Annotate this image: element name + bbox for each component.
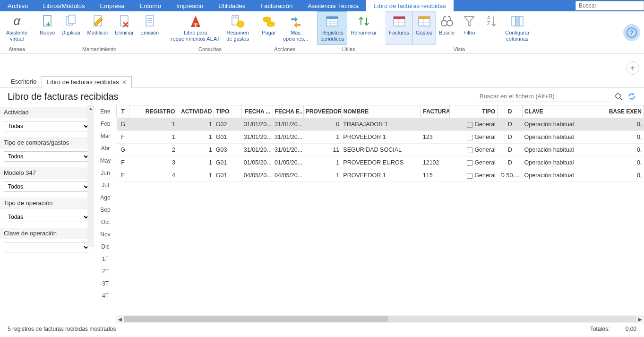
ribbon-buscar-button[interactable]: Buscar	[436, 11, 458, 45]
month-Sep[interactable]: Sep	[94, 204, 116, 216]
col-header-registro[interactable]: REGISTRO	[129, 105, 177, 118]
menu-utilidades[interactable]: Utilidades	[211, 0, 253, 11]
checkbox-icon[interactable]	[467, 160, 472, 166]
cell-actividad: 1	[177, 118, 214, 131]
ribbon-btn-label: Resumende gastos	[226, 30, 249, 42]
ribbon-modificar-button[interactable]: Modificar	[84, 11, 112, 45]
search-icon[interactable]	[614, 92, 623, 101]
month-1T[interactable]: 1T	[94, 253, 116, 266]
menu-entorno[interactable]: Entorno	[132, 0, 169, 11]
ribbon-resumen-button[interactable]: Resumende gastos	[223, 11, 252, 45]
table-row[interactable]: F31G0101/05/20...01/05/20...1PROVEEDOR E…	[117, 156, 644, 169]
col-header-nombre[interactable]: NOMBRE	[341, 105, 421, 118]
filter-label-4: Clave de operación	[0, 228, 94, 239]
checkbox-icon[interactable]	[467, 122, 472, 128]
cell-nombre: TRABAJADOR 1	[341, 118, 421, 131]
ribbon-duplicar-button[interactable]: Duplicar	[58, 11, 84, 45]
month-3T[interactable]: 3T	[94, 278, 116, 290]
table-row[interactable]: G21G0331/01/20...31/01/20...11SEGURIDAD …	[117, 144, 644, 156]
col-header-t[interactable]: T	[117, 105, 129, 118]
col-header-tipo[interactable]: TIPO	[214, 105, 242, 118]
menu-libros[interactable]: Libros/Módulos	[35, 0, 92, 11]
col-header-clave[interactable]: CLAVE	[523, 105, 604, 118]
col-header-actividad[interactable]: ACTIVIDAD	[177, 105, 214, 118]
month-4T[interactable]: 4T	[94, 290, 116, 302]
ribbon-emision-button[interactable]: Emisión	[137, 11, 162, 45]
table-row[interactable]: F11G0131/01/20...31/01/20...1PROVEEDOR 1…	[117, 131, 644, 144]
ribbon-renumerar-button[interactable]: Renumerar	[347, 11, 380, 45]
menu-impresion[interactable]: Impresión	[169, 0, 211, 11]
month-May[interactable]: May	[94, 155, 116, 167]
menu-asistencia[interactable]: Asistencia Técnica	[300, 0, 366, 11]
refresh-icon[interactable]	[627, 92, 636, 101]
col-header-tipo2[interactable]: TIPO	[450, 105, 498, 118]
ribbon-nuevo-button[interactable]: Nuevo	[36, 11, 58, 45]
scroll-left-icon[interactable]: ◀	[116, 315, 124, 323]
col-header-fecha[interactable]: FECHA ...	[242, 105, 273, 118]
ribbon-btn-label: Asistentevirtual	[6, 30, 27, 42]
month-Ene[interactable]: Ene	[94, 106, 116, 118]
table-row[interactable]: G11G0231/01/20...31/01/20...0TRABAJADOR …	[117, 118, 644, 131]
menu-libro-facturas[interactable]: Libro de facturas recibidas	[366, 0, 453, 11]
col-header-base[interactable]: BASE EXEN	[604, 105, 644, 118]
ribbon-facturas-button[interactable]: Facturas	[386, 11, 412, 45]
filter-select-4[interactable]	[4, 242, 90, 252]
table-row[interactable]: F41G0104/05/20...04/05/20...1PROVEEDOR 1…	[117, 169, 644, 182]
menu-archivo[interactable]: Archivo	[0, 0, 35, 11]
month-Jul[interactable]: Jul	[94, 180, 116, 192]
menu-empresa[interactable]: Empresa	[93, 0, 132, 11]
tab-escritorio[interactable]: Escritorio	[6, 76, 42, 87]
ribbon-registros-button[interactable]: Registrosperiódicos	[317, 11, 347, 45]
checkbox-icon[interactable]	[467, 135, 472, 140]
cell-clave: Operación habitual	[523, 131, 604, 144]
filter-select-2[interactable]: Todos	[4, 181, 90, 192]
col-header-d[interactable]: D	[498, 105, 523, 118]
month-Dic[interactable]: Dic	[94, 241, 116, 253]
ribbon-config-col-button[interactable]: Configurarcolumnas	[502, 11, 532, 45]
data-grid[interactable]: TREGISTROACTIVIDADTIPOFECHA ...FECHA E..…	[116, 105, 644, 315]
scroll-right-icon[interactable]: ▶	[636, 315, 644, 323]
ribbon-mas-opciones-button[interactable]: Másopciones...	[280, 11, 311, 45]
cell-registro: 1	[129, 131, 177, 144]
global-search-input[interactable]	[575, 1, 644, 10]
horizontal-scrollbar[interactable]: ◀ ▶	[116, 315, 644, 323]
col-header-proveedor[interactable]: PROVEEDOR	[303, 105, 341, 118]
svg-point-17	[267, 24, 275, 26]
month-Mar[interactable]: Mar	[94, 130, 116, 143]
svg-rect-25	[394, 17, 405, 19]
month-Nov[interactable]: Nov	[94, 229, 116, 241]
ribbon-libro-aeat-button[interactable]: Libro pararequerimientos AEAT	[168, 11, 223, 45]
alpha-icon: α	[9, 14, 25, 29]
month-Feb[interactable]: Feb	[94, 118, 116, 130]
month-Oct[interactable]: Oct	[94, 216, 116, 229]
ribbon-gastos-button[interactable]: Gastos	[412, 11, 436, 45]
filter-select-0[interactable]: Todas	[4, 121, 90, 131]
cell-proveedor: 11	[303, 144, 341, 156]
ribbon-btn-label: Libro pararequerimientos AEAT	[171, 30, 220, 42]
scroll-up-icon[interactable]: ▲	[87, 105, 94, 112]
month-Jun[interactable]: Jun	[94, 167, 116, 180]
add-circle-button[interactable]: +	[626, 61, 639, 75]
totales-label: Totales:	[590, 326, 610, 332]
col-header-fecha_e[interactable]: FECHA E...	[273, 105, 303, 118]
ribbon-pagar-button[interactable]: Pagar	[258, 11, 280, 45]
col-header-factura[interactable]: FACTURA	[421, 105, 450, 118]
checkbox-icon[interactable]	[467, 147, 472, 153]
month-2T[interactable]: 2T	[94, 266, 116, 278]
ribbon-eliminar-button[interactable]: Eliminar	[112, 11, 137, 45]
filter-select-1[interactable]: Todos	[4, 151, 90, 162]
cell-tipo2: General	[450, 169, 498, 182]
menu-facturacion[interactable]: Facturación	[253, 0, 300, 11]
sidebar-scrollbar[interactable]: ▲	[87, 105, 94, 247]
month-Abr[interactable]: Abr	[94, 143, 116, 155]
ribbon-asistente-button[interactable]: αAsistentevirtual	[3, 11, 31, 45]
ribbon-orden-button[interactable]: AZ	[480, 11, 502, 45]
help-icon[interactable]: ?	[623, 24, 640, 41]
filter-select-3[interactable]: Todas	[4, 212, 90, 222]
file-search-input[interactable]	[478, 91, 610, 102]
close-icon[interactable]: ✕	[122, 79, 127, 86]
tab-libro-facturas[interactable]: Libro de facturas recibidas ✕	[42, 76, 131, 88]
month-Ago[interactable]: Ago	[94, 192, 116, 204]
ribbon-filtro-button[interactable]: Filtro	[458, 11, 480, 45]
checkbox-icon[interactable]	[467, 173, 472, 179]
